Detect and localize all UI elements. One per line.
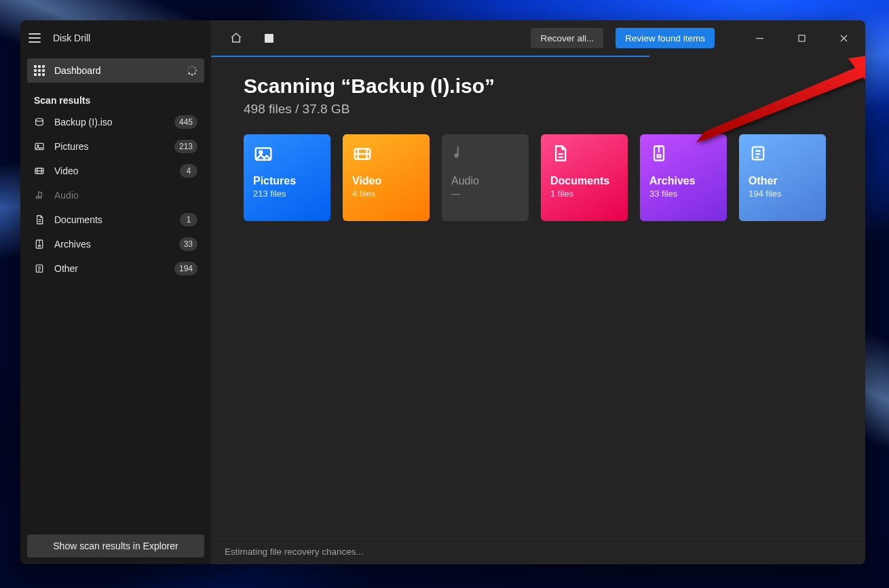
category-tiles: Pictures213 filesVideo4 filesAudio—Docum…	[244, 134, 833, 221]
sidebar-item-pictures[interactable]: Pictures213	[27, 134, 204, 159]
content: Scanning “Backup (I).iso” 498 files / 37…	[211, 56, 865, 240]
pictures-icon	[253, 144, 321, 175]
count-badge: 1	[180, 213, 197, 227]
archive-icon	[34, 239, 45, 250]
svg-point-8	[36, 119, 43, 121]
loading-spinner-icon	[187, 65, 197, 76]
menu-icon[interactable]	[29, 31, 43, 45]
svg-rect-16	[265, 34, 273, 43]
sidebar-item-label: Archives	[54, 239, 170, 250]
svg-point-0	[191, 66, 193, 68]
status-text: Estimating file recovery chances...	[225, 547, 364, 557]
svg-point-1	[194, 66, 196, 68]
tile-name: Archives	[649, 175, 717, 187]
app-title: Disk Drill	[53, 33, 90, 43]
tile-video[interactable]: Video4 files	[343, 134, 430, 221]
other-icon	[749, 144, 816, 175]
home-icon[interactable]	[226, 29, 246, 47]
sidebar-item-label: Other	[54, 263, 165, 274]
sidebar-item-label: Backup (I).iso	[54, 117, 165, 128]
tile-count: 4 files	[352, 189, 420, 199]
document-icon	[34, 214, 45, 225]
sidebar-header: Disk Drill	[20, 20, 211, 56]
dashboard-label: Dashboard	[54, 65, 101, 76]
tile-name: Other	[749, 175, 816, 187]
tile-count: —	[451, 189, 519, 199]
stop-icon[interactable]	[259, 29, 279, 47]
sidebar-list: Backup (I).iso445Pictures213Video4AudioD…	[20, 110, 211, 281]
picture-icon	[34, 141, 45, 152]
show-in-explorer-button[interactable]: Show scan results in Explorer	[27, 534, 204, 557]
count-badge: 4	[180, 164, 197, 178]
tile-name: Audio	[451, 175, 519, 187]
svg-point-6	[187, 70, 189, 72]
sidebar-item-label: Video	[54, 165, 170, 176]
audio-icon	[34, 190, 45, 201]
count-badge: 445	[174, 115, 197, 129]
tile-documents[interactable]: Documents1 files	[541, 134, 628, 221]
svg-point-12	[36, 196, 38, 198]
svg-point-2	[195, 70, 197, 72]
audio-icon	[451, 144, 519, 175]
svg-rect-18	[799, 35, 805, 41]
video-icon	[34, 165, 45, 176]
sidebar-item-archives[interactable]: Archives33	[27, 232, 204, 256]
page-title: Scanning “Backup (I).iso”	[244, 75, 833, 98]
documents-icon	[550, 144, 618, 175]
toolbar: Recover all... Review found items	[211, 20, 865, 56]
scan-summary: 498 files / 37.8 GB	[244, 102, 833, 117]
svg-rect-17	[756, 38, 763, 39]
sidebar-item-label: Pictures	[54, 141, 165, 152]
tile-audio[interactable]: Audio—	[442, 134, 529, 221]
app-window: Disk Drill Dashboard Scan results	[20, 20, 865, 564]
count-badge: 33	[179, 237, 197, 251]
tile-count: 213 files	[253, 189, 321, 199]
tile-name: Video	[352, 175, 420, 187]
svg-point-13	[39, 196, 41, 198]
sidebar-item-video[interactable]: Video4	[27, 159, 204, 183]
sidebar-item-dashboard[interactable]: Dashboard	[27, 58, 204, 83]
count-badge: 213	[174, 140, 197, 153]
close-button[interactable]	[829, 28, 858, 48]
sidebar-item-label: Documents	[54, 214, 170, 225]
other-icon	[34, 263, 45, 274]
sidebar-section-title: Scan results	[20, 85, 211, 110]
dashboard-icon	[34, 65, 45, 76]
svg-point-20	[259, 151, 262, 154]
svg-point-5	[188, 73, 190, 75]
archives-icon	[649, 144, 717, 175]
sidebar-item-documents[interactable]: Documents1	[27, 208, 204, 232]
tile-count: 194 files	[749, 189, 816, 199]
status-bar: Estimating file recovery chances...	[211, 538, 865, 564]
video-icon	[352, 144, 420, 175]
minimize-button[interactable]	[744, 28, 774, 48]
review-found-items-button[interactable]: Review found items	[616, 28, 715, 48]
sidebar-item-label: Audio	[54, 190, 197, 201]
tile-name: Pictures	[253, 175, 321, 187]
svg-point-10	[37, 145, 39, 146]
scan-progress-bar	[211, 56, 649, 57]
recover-all-button[interactable]: Recover all...	[531, 28, 603, 48]
tile-archives[interactable]: Archives33 files	[640, 134, 727, 221]
sidebar-item-audio[interactable]: Audio	[27, 183, 204, 208]
tile-other[interactable]: Other194 files	[739, 134, 826, 221]
main-panel: Recover all... Review found items Scanni…	[211, 20, 865, 564]
sidebar: Disk Drill Dashboard Scan results	[20, 20, 211, 564]
disk-icon	[34, 117, 45, 128]
svg-point-4	[191, 74, 193, 76]
count-badge: 194	[174, 262, 197, 275]
sidebar-item-backup-i-iso[interactable]: Backup (I).iso445	[27, 110, 204, 134]
tile-pictures[interactable]: Pictures213 files	[244, 134, 330, 221]
svg-point-3	[194, 73, 196, 75]
tile-count: 1 files	[550, 189, 618, 199]
tile-name: Documents	[550, 175, 618, 187]
maximize-button[interactable]	[787, 28, 816, 48]
svg-point-7	[188, 66, 190, 68]
tile-count: 33 files	[649, 189, 717, 199]
sidebar-item-other[interactable]: Other194	[27, 256, 204, 281]
